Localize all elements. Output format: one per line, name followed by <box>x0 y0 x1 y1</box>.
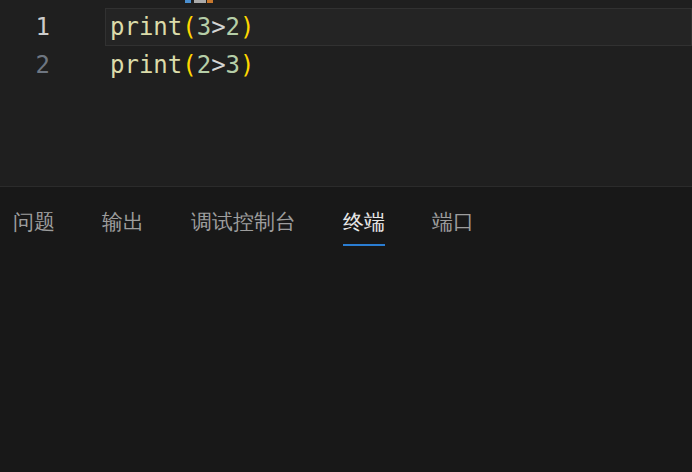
panel-tab-bar: 问题输出调试控制台终端端口 <box>0 187 692 246</box>
code-token: print <box>110 51 182 79</box>
code-text: print(3>2) <box>50 8 255 46</box>
code-token: ) <box>240 51 254 79</box>
code-token: 2 <box>226 13 240 41</box>
code-line-1[interactable]: 1print(3>2) <box>0 8 692 46</box>
panel-tab-debug-console[interactable]: 调试控制台 <box>191 208 296 246</box>
vscode-window: 1print(3>2)2print(2>3) 问题输出调试控制台终端端口 PS … <box>0 0 692 472</box>
line-number: 1 <box>0 8 50 46</box>
code-token: ( <box>182 13 196 41</box>
code-token: ) <box>240 13 254 41</box>
line-number: 2 <box>0 46 50 84</box>
bottom-panel: 问题输出调试控制台终端端口 PS C:\Lewis\code\Python> &… <box>0 186 692 472</box>
code-line-2[interactable]: 2print(2>3) <box>0 46 692 84</box>
code-token: 3 <box>226 51 240 79</box>
code-token: ( <box>182 51 196 79</box>
clipped-remnant-pixel <box>194 0 206 3</box>
panel-tab-output[interactable]: 输出 <box>102 208 144 246</box>
panel-tab-problems[interactable]: 问题 <box>13 208 55 246</box>
clipped-remnant-pixel <box>185 0 191 3</box>
code-token: > <box>211 51 225 79</box>
editor-pane[interactable]: 1print(3>2)2print(2>3) <box>0 0 692 186</box>
clipped-tab-remnant <box>0 0 692 4</box>
code-token: print <box>110 13 182 41</box>
clipped-remnant-pixel <box>207 0 213 3</box>
code-token: > <box>211 13 225 41</box>
code-token: 2 <box>197 51 211 79</box>
code-token: 3 <box>197 13 211 41</box>
panel-tab-ports[interactable]: 端口 <box>432 208 474 246</box>
code-text: print(2>3) <box>50 46 255 84</box>
panel-tab-terminal[interactable]: 终端 <box>343 208 385 246</box>
editor-code-area[interactable]: 1print(3>2)2print(2>3) <box>0 8 692 84</box>
